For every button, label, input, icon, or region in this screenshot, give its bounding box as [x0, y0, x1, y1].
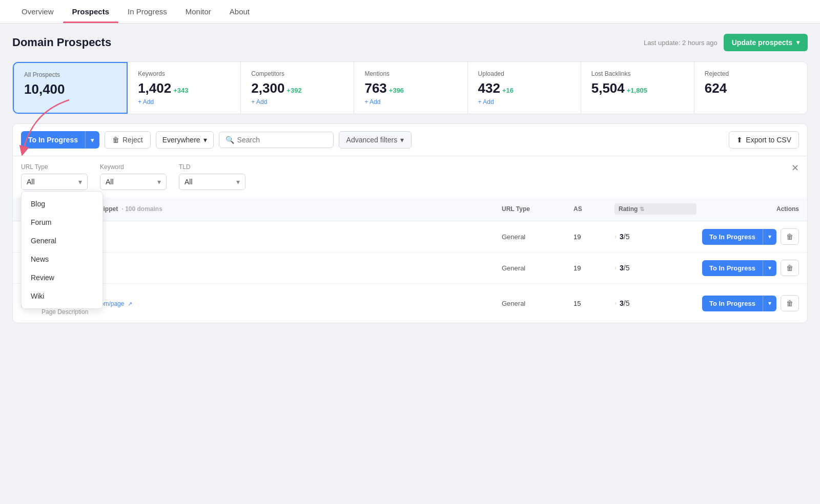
- to-in-progress-split-button[interactable]: ▾: [85, 131, 99, 149]
- update-prospects-button[interactable]: Update prospects ▾: [724, 34, 808, 51]
- stat-card-keywords[interactable]: Keywords 1,402+343 + Add: [128, 62, 241, 114]
- header-rating: Rating ⇅: [614, 203, 696, 215]
- stat-value-mentions: 763+396: [364, 80, 457, 96]
- everywhere-label: Everywhere: [162, 136, 200, 144]
- stat-delta-competitors: +392: [286, 87, 301, 94]
- stat-card-lost-backlinks[interactable]: Lost Backlinks 5,504+1,805: [581, 62, 694, 114]
- row1-action-split-button[interactable]: ▾: [763, 229, 776, 245]
- row2-rating-text: 3/5: [620, 264, 629, 272]
- stat-label-all: All Prospects: [24, 71, 116, 78]
- header-actions: Actions: [696, 205, 799, 213]
- row2-rating: › 3/5: [614, 264, 696, 272]
- stat-add-competitors[interactable]: + Add: [251, 98, 267, 106]
- stat-add-uploaded[interactable]: + Add: [478, 98, 494, 106]
- keyword-label: Keyword: [100, 163, 167, 171]
- row3-to-in-progress-button[interactable]: To In Progress: [702, 296, 763, 311]
- chevron-right-icon: ›: [614, 233, 617, 240]
- toolbar: To In Progress ▾ 🗑 Reject Everywhere ▾ 🔍…: [12, 123, 808, 156]
- tld-value: All: [184, 178, 193, 186]
- row1-to-in-progress-button[interactable]: To In Progress: [702, 229, 763, 245]
- stat-value-rejected: 624: [705, 80, 797, 96]
- chevron-down-icon-keyword: ▾: [157, 178, 161, 186]
- table-row: website.com https://www.website.com/page…: [13, 284, 807, 323]
- url-type-select[interactable]: All ▾: [21, 174, 88, 190]
- stat-value-keywords: 1,402+343: [138, 80, 230, 96]
- chevron-down-icon-url-type: ▾: [78, 178, 82, 186]
- update-prospects-label: Update prospects: [732, 38, 792, 47]
- tld-select[interactable]: All ▾: [179, 174, 245, 190]
- nav-item-about[interactable]: About: [220, 0, 259, 23]
- filter-close-button[interactable]: ✕: [791, 162, 799, 174]
- nav-item-monitor[interactable]: Monitor: [176, 0, 220, 23]
- dropdown-item-general[interactable]: General: [22, 232, 102, 250]
- to-in-progress-button[interactable]: To In Progress: [21, 131, 85, 149]
- stat-card-mentions[interactable]: Mentions 763+396 + Add: [354, 62, 467, 114]
- chevron-down-icon: ▾: [796, 39, 799, 46]
- dropdown-item-blog[interactable]: Blog: [22, 195, 102, 213]
- reject-button[interactable]: 🗑 Reject: [105, 131, 151, 149]
- stat-delta-mentions: +396: [389, 87, 404, 94]
- row2-desc: tion: [42, 269, 502, 276]
- url-type-filter-group: URL Type All ▾ Blog Forum General News R…: [21, 163, 88, 190]
- stat-card-all-prospects[interactable]: All Prospects 10,400: [13, 62, 128, 114]
- stat-label-lost-backlinks: Lost Backlinks: [591, 70, 684, 77]
- header-as: AS: [573, 205, 614, 213]
- stat-card-rejected[interactable]: Rejected 624: [694, 62, 807, 114]
- row3-action-split-button[interactable]: ▾: [763, 296, 776, 311]
- row1-rating: › 3/5: [614, 233, 696, 241]
- keyword-filter-group: Keyword All ▾: [100, 163, 167, 190]
- chevron-down-icon-everywhere: ▾: [203, 136, 207, 144]
- search-input[interactable]: [237, 136, 327, 144]
- nav-item-inprogress[interactable]: In Progress: [118, 0, 176, 23]
- row1-rating-text: 3/5: [620, 233, 629, 241]
- dropdown-item-forum[interactable]: Forum: [22, 213, 102, 232]
- search-icon: 🔍: [225, 136, 234, 144]
- stat-label-rejected: Rejected: [705, 70, 797, 77]
- row3-rating: › 3/5: [614, 299, 696, 307]
- url-type-label: URL Type: [21, 163, 88, 171]
- domain-count: · 100 domains: [120, 205, 162, 213]
- row2-to-in-progress-button[interactable]: To In Progress: [702, 260, 763, 276]
- row1-delete-button[interactable]: 🗑: [781, 228, 799, 245]
- row3-as: 15: [573, 300, 614, 307]
- export-csv-button[interactable]: ⬆ Export to CSV: [729, 131, 799, 149]
- nav-item-prospects[interactable]: Prospects: [63, 0, 119, 23]
- external-link-icon-3[interactable]: ↗: [128, 301, 132, 307]
- stat-delta-lost-backlinks: +1,805: [627, 87, 647, 94]
- stat-card-competitors[interactable]: Competitors 2,300+392 + Add: [241, 62, 354, 114]
- export-label: Export to CSV: [746, 136, 791, 144]
- keyword-select[interactable]: All ▾: [100, 174, 167, 190]
- row3-delete-button[interactable]: 🗑: [781, 295, 799, 311]
- everywhere-dropdown-button[interactable]: Everywhere ▾: [156, 131, 214, 149]
- stat-add-keywords[interactable]: + Add: [138, 98, 154, 106]
- stat-label-keywords: Keywords: [138, 70, 230, 77]
- stat-add-mentions[interactable]: + Add: [364, 98, 380, 106]
- header-row: Domain Prospects Last update: 2 hours ag…: [12, 34, 808, 51]
- nav-item-overview[interactable]: Overview: [12, 0, 63, 23]
- row2-action-group: To In Progress ▾: [702, 260, 776, 276]
- stat-value-competitors: 2,300+392: [251, 80, 343, 96]
- row2-url: e.com/page ↗: [42, 261, 502, 268]
- stats-row: All Prospects 10,400 Keywords 1,402+343 …: [12, 61, 808, 114]
- chevron-right-icon-2: ›: [614, 264, 617, 271]
- row2-delete-button[interactable]: 🗑: [781, 260, 799, 276]
- stat-label-competitors: Competitors: [251, 70, 343, 77]
- page-title: Domain Prospects: [12, 36, 111, 49]
- sort-icon: ⇅: [640, 206, 644, 213]
- dropdown-item-review[interactable]: Review: [22, 268, 102, 287]
- page-content: Domain Prospects Last update: 2 hours ag…: [0, 24, 820, 333]
- to-in-progress-button-group: To In Progress ▾: [21, 131, 99, 149]
- nav-bar: Overview Prospects In Progress Monitor A…: [0, 0, 820, 24]
- row3-actions: To In Progress ▾ 🗑: [696, 295, 799, 311]
- chevron-down-icon-advanced: ▾: [400, 136, 404, 144]
- dropdown-item-news[interactable]: News: [22, 250, 102, 268]
- row3-url-cell: website.com https://www.website.com/page…: [42, 291, 502, 316]
- header-right: Last update: 2 hours ago Update prospect…: [644, 34, 808, 51]
- row2-action-split-button[interactable]: ▾: [763, 260, 776, 276]
- row3-desc: Page Description: [42, 308, 502, 316]
- advanced-filters-button[interactable]: Advanced filters ▾: [339, 131, 412, 149]
- tld-label: TLD: [179, 163, 245, 171]
- stat-card-uploaded[interactable]: Uploaded 432+16 + Add: [468, 62, 581, 114]
- dropdown-item-wiki[interactable]: Wiki: [22, 287, 102, 305]
- trash-icon: 🗑: [112, 136, 119, 144]
